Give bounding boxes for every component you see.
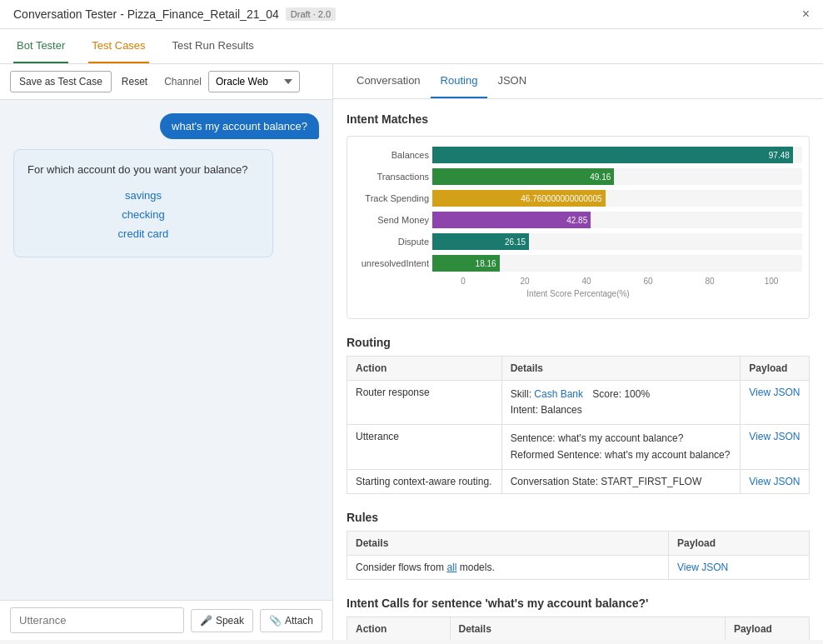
save-test-case-button[interactable]: Save as Test Case	[10, 71, 112, 92]
table-row: Utterance Sentence: what's my account ba…	[347, 425, 810, 469]
chart-bar-label: Dispute	[354, 237, 429, 247]
chart-bar: 42.85	[432, 212, 591, 228]
rules-title: Rules	[347, 511, 810, 524]
chart-bar-label: Track Spending	[354, 193, 429, 203]
row-payload: View JSON	[741, 425, 810, 469]
top-nav: Bot Tester Test Cases Test Run Results	[0, 29, 823, 64]
col-action: Action	[347, 357, 502, 381]
chart-bar-row: Transactions 49.16	[354, 168, 802, 185]
row-action: Router response	[347, 381, 502, 425]
rules-table-header: Details Payload	[347, 531, 810, 555]
table-row: Consider flows from all models. View JSO…	[347, 555, 810, 579]
col-details: Details	[501, 357, 741, 381]
mic-icon: 🎤	[200, 615, 212, 627]
close-button[interactable]: ×	[802, 7, 810, 22]
row-details: Consider flows from all models.	[347, 555, 669, 579]
row-action: Starting context-aware routing.	[347, 469, 502, 493]
table-row: Starting context-aware routing. Conversa…	[347, 469, 810, 493]
tab-routing[interactable]: Routing	[431, 64, 488, 98]
view-json-link[interactable]: View JSON	[677, 562, 728, 573]
tab-test-cases[interactable]: Test Cases	[88, 29, 148, 63]
view-json-link[interactable]: View JSON	[749, 387, 800, 398]
intent-matches-chart: Balances 97.48 Transactions 49.16 Track …	[347, 136, 810, 319]
utterance-input[interactable]	[10, 607, 184, 633]
chart-bars: Balances 97.48 Transactions 49.16 Track …	[354, 147, 802, 272]
chart-bar-container: 97.48	[432, 147, 802, 163]
option-savings[interactable]: savings	[27, 186, 259, 205]
chart-bar: 26.15	[432, 233, 529, 250]
routing-table-header: Action Details Payload	[347, 357, 810, 381]
channel-label: Channel	[164, 76, 202, 87]
intent-calls-header: Action Details Payload	[347, 617, 810, 640]
chart-bar-row: Balances 97.48	[354, 147, 802, 163]
chart-bar-container: 46.760000000000005	[432, 190, 802, 207]
intent-matches-title: Intent Matches	[347, 112, 810, 126]
tab-test-run-results[interactable]: Test Run Results	[169, 29, 257, 63]
right-panel: Conversation Routing JSON Intent Matches…	[333, 64, 823, 640]
row-payload: View JSON	[741, 469, 810, 493]
row-details: Conversation State: START_FIRST_FLOW	[501, 469, 741, 493]
col-details: Details	[347, 531, 669, 555]
speak-button[interactable]: 🎤 Speak	[191, 609, 253, 632]
chart-bar-label: Send Money	[354, 215, 429, 225]
main-layout: Save as Test Case Reset Channel Oracle W…	[0, 64, 823, 640]
bot-question: For which account do you want your balan…	[27, 163, 259, 176]
tab-json[interactable]: JSON	[487, 64, 536, 98]
chart-bar-container: 42.85	[432, 212, 802, 228]
routing-section: Routing Action Details Payload Router re…	[347, 336, 810, 494]
chart-bar-container: 26.15	[432, 233, 802, 250]
intent-calls-section: Intent Calls for sentence 'what's my acc…	[347, 597, 810, 640]
attach-button[interactable]: 📎 Attach	[260, 609, 322, 632]
attach-icon: 📎	[269, 615, 282, 627]
view-json-link[interactable]: View JSON	[749, 431, 800, 442]
row-payload: View JSON	[741, 381, 810, 425]
title-bar: Conversation Tester - Pizza_Finance_Reta…	[0, 0, 823, 29]
col-payload: Payload	[741, 357, 810, 381]
chart-bar-row: Track Spending 46.760000000000005	[354, 190, 802, 207]
right-content: Intent Matches Balances 97.48 Transactio…	[333, 99, 823, 640]
title-bar-left: Conversation Tester - Pizza_Finance_Reta…	[13, 7, 336, 21]
row-details: Sentence: what's my account balance? Ref…	[501, 425, 741, 469]
chart-bar-label: Balances	[354, 150, 429, 160]
col-payload: Payload	[725, 617, 809, 640]
chart-bar-container: 49.16	[432, 168, 802, 185]
intent-calls-table: Action Details Payload System Intents Di…	[347, 617, 810, 640]
table-row: Router response Skill: Cash Bank Score: …	[347, 381, 810, 425]
option-credit-card[interactable]: credit card	[27, 224, 259, 243]
chart-bar-row: Dispute 26.15	[354, 233, 802, 250]
option-checking[interactable]: checking	[27, 205, 259, 224]
chat-area: what's my account balance? For which acc…	[0, 100, 332, 600]
rules-table: Details Payload Consider flows from all …	[347, 531, 810, 580]
intent-calls-title: Intent Calls for sentence 'what's my acc…	[347, 597, 810, 610]
chart-x-label: Intent Score Percentage(%)	[354, 289, 802, 298]
row-details: Skill: Cash Bank Score: 100% Intent: Bal…	[501, 381, 741, 425]
chart-x-axis: 0 20 40 60 80 100	[432, 277, 802, 286]
chart-bar-row: Send Money 42.85	[354, 212, 802, 228]
rules-section: Rules Details Payload Consider flows fro…	[347, 511, 810, 580]
tab-conversation[interactable]: Conversation	[347, 64, 431, 98]
row-action: Utterance	[347, 425, 502, 469]
chart-bar: 49.16	[432, 168, 614, 185]
intent-matches-section: Intent Matches Balances 97.48 Transactio…	[347, 112, 810, 319]
chart-bar-row: unresolvedIntent 18.16	[354, 255, 802, 272]
tab-bot-tester[interactable]: Bot Tester	[13, 29, 68, 63]
chart-bar-label: unresolvedIntent	[354, 258, 429, 268]
user-message: what's my account balance?	[160, 113, 319, 139]
toolbar: Save as Test Case Reset Channel Oracle W…	[0, 64, 332, 100]
col-payload: Payload	[669, 531, 810, 555]
col-details: Details	[450, 617, 725, 640]
chart-bar: 46.760000000000005	[432, 190, 606, 207]
input-bar: 🎤 Speak 📎 Attach	[0, 600, 332, 640]
view-json-link[interactable]: View JSON	[749, 476, 800, 487]
routing-table: Action Details Payload Router response S…	[347, 356, 810, 494]
draft-badge: Draft · 2.0	[286, 7, 336, 21]
chart-bar-container: 18.16	[432, 255, 802, 272]
right-tabs: Conversation Routing JSON	[333, 64, 823, 99]
window-title: Conversation Tester - Pizza_Finance_Reta…	[13, 7, 279, 21]
channel-select[interactable]: Oracle Web	[208, 71, 300, 92]
chart-bar: 18.16	[432, 255, 500, 272]
left-panel: Save as Test Case Reset Channel Oracle W…	[0, 64, 333, 640]
chart-bar: 97.48	[432, 147, 793, 163]
reset-button[interactable]: Reset	[118, 72, 151, 92]
chart-bar-label: Transactions	[354, 172, 429, 182]
